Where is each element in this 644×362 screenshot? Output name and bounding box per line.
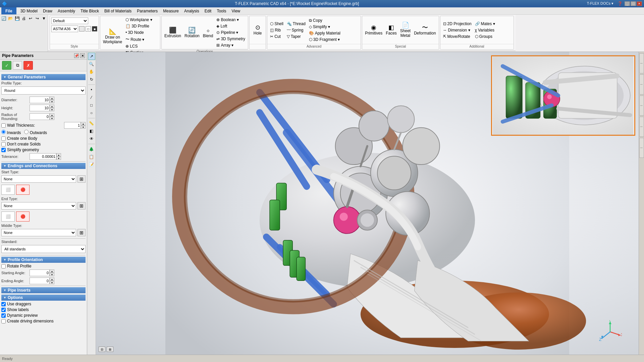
- height-down-btn[interactable]: ▼: [50, 108, 54, 111]
- show-labels-check[interactable]: [1, 308, 6, 312]
- panel-pin-btn[interactable]: 📌: [74, 53, 79, 58]
- apply-material-btn[interactable]: 🎨 Apply Material: [308, 30, 342, 36]
- qa-redo[interactable]: ↪: [34, 15, 40, 21]
- start-type-btn[interactable]: ⊞: [77, 175, 86, 183]
- close-button[interactable]: ✕: [637, 1, 642, 6]
- height-up-btn[interactable]: ▲: [50, 105, 54, 108]
- outwards-radio[interactable]: [24, 130, 29, 134]
- lt-point-btn[interactable]: •: [88, 86, 95, 94]
- rotation-btn[interactable]: 🔄 Rotation: [183, 26, 201, 39]
- taper-btn[interactable]: ▽ Taper: [285, 34, 307, 40]
- help-btn[interactable]: ❓: [618, 1, 623, 6]
- dont-create-solids-check[interactable]: [1, 142, 6, 146]
- minimize-button[interactable]: _: [625, 1, 630, 6]
- ea-down-btn[interactable]: ▼: [50, 281, 54, 284]
- menu-bom[interactable]: Bill of Materials: [102, 7, 134, 14]
- pipe-inserts-header[interactable]: ▼ Pipe Inserts: [1, 287, 86, 293]
- ending-angle-input[interactable]: [30, 278, 50, 284]
- projection2d-btn[interactable]: ⊡ 2D Projection: [442, 21, 473, 27]
- create-one-body-check[interactable]: [1, 136, 6, 141]
- lt-line-btn[interactable]: ∕: [88, 94, 95, 101]
- array-btn[interactable]: ⊞ Array ▾: [215, 42, 247, 48]
- wt-up-btn[interactable]: ▲: [81, 122, 86, 125]
- create-driving-dims-check[interactable]: [1, 319, 6, 323]
- qa-more[interactable]: ▼: [41, 15, 47, 21]
- diameter-up-btn[interactable]: ▲: [50, 97, 54, 100]
- copy-btn[interactable]: ⧉ Copy: [308, 17, 342, 23]
- qa-undo[interactable]: ↩: [28, 15, 34, 21]
- cut-btn[interactable]: ✂ Cut: [269, 34, 285, 40]
- draw-on-workplane-btn[interactable]: 📐 Draw on Workplane: [102, 28, 123, 45]
- boolean-btn[interactable]: ⊕ Boolean ▾: [215, 17, 247, 23]
- standard-select[interactable]: All standards: [1, 245, 86, 253]
- lt-props-btn[interactable]: 📝: [88, 161, 95, 168]
- diameter-input[interactable]: [30, 97, 50, 103]
- lt-zoom-btn[interactable]: 🔍: [88, 60, 95, 68]
- workplane-btn[interactable]: ⬡ Workplane ▾: [124, 17, 153, 23]
- menu-3dmodel[interactable]: 3D Model: [18, 7, 40, 14]
- rp-btn2[interactable]: ⋮: [639, 74, 644, 95]
- profile-type-select[interactable]: Round: [1, 86, 86, 95]
- material-select[interactable]: ASTM A36: [51, 25, 78, 32]
- simplify-btn[interactable]: ◇ Simplify ▾: [308, 24, 342, 30]
- general-parameters-header[interactable]: ▼ General Parameters: [1, 74, 86, 80]
- lt-section-btn[interactable]: ◧: [88, 127, 95, 135]
- wall-thickness-check[interactable]: [1, 123, 6, 128]
- groups-btn[interactable]: ⬡ Groups: [474, 34, 496, 40]
- menu-tools[interactable]: Tools: [214, 7, 229, 14]
- viewport[interactable]: ↗ ✓ ⊞ 🔎 ⊿ ⊕ ⊞ 📏 📷 👁 ◉ ◐: [96, 52, 639, 355]
- sheet-metal-btn[interactable]: 📄 Sheet Metal: [399, 21, 412, 39]
- tol-down-btn[interactable]: ▼: [56, 157, 61, 160]
- qa-save[interactable]: 💾: [14, 15, 20, 21]
- route-btn[interactable]: 〜 Route ▾: [124, 36, 153, 43]
- pipeline-btn[interactable]: ⊙ Pipeline ▾: [215, 29, 247, 36]
- extrusion-btn[interactable]: ⬛ Extrusion: [163, 26, 182, 39]
- start-type-select[interactable]: None: [1, 175, 76, 183]
- lt-bom-btn[interactable]: 📋: [88, 153, 95, 161]
- simplify-geometry-check[interactable]: [1, 148, 6, 152]
- vp-split-v-btn[interactable]: ⊞: [107, 347, 113, 352]
- start-icon1[interactable]: ⬜: [1, 185, 15, 195]
- rp-btn4[interactable]: ⋮: [639, 117, 644, 137]
- profile3d-btn[interactable]: 📋 3D Profile: [124, 23, 153, 29]
- symmetry3d-btn[interactable]: ⇌ 3D Symmetry: [215, 36, 247, 42]
- options-header[interactable]: ▼ Options: [1, 295, 86, 301]
- menu-file[interactable]: File: [1, 7, 16, 14]
- style-btn1[interactable]: □: [86, 26, 91, 32]
- menu-analysis[interactable]: Analysis: [181, 7, 202, 14]
- wt-down-btn[interactable]: ▼: [81, 125, 86, 129]
- blend-btn[interactable]: ⬦ Blend: [202, 26, 215, 39]
- menu-assembly[interactable]: Assembly: [55, 7, 78, 14]
- menu-parameters[interactable]: Parameters: [134, 7, 160, 14]
- cancel-button[interactable]: ✗: [23, 61, 33, 70]
- sa-up-btn[interactable]: ▲: [50, 269, 54, 273]
- variables-btn[interactable]: χ Variables: [474, 27, 496, 33]
- lt-measure-btn[interactable]: 📏: [88, 120, 95, 127]
- use-draggers-check[interactable]: [1, 302, 6, 306]
- color-swatch[interactable]: [79, 26, 85, 32]
- dimension-btn[interactable]: ↔ Dimension ▾: [442, 27, 473, 33]
- panel-close-btn[interactable]: ✕: [80, 53, 85, 58]
- menu-view[interactable]: View: [229, 7, 243, 14]
- node3d-btn[interactable]: • 3D Node: [124, 29, 153, 36]
- copy-params-button[interactable]: ⧉: [13, 61, 22, 70]
- menu-draw[interactable]: Draw: [40, 7, 55, 14]
- move-rotate-btn[interactable]: ⇱ Move/Rotate: [442, 34, 473, 40]
- qa-open[interactable]: 📂: [7, 15, 13, 21]
- menu-measure[interactable]: Measure: [160, 7, 181, 14]
- spring-btn[interactable]: 〰 Spring: [285, 27, 307, 33]
- inwards-radio[interactable]: [1, 130, 6, 134]
- rounding-up-btn[interactable]: ▲: [50, 113, 54, 117]
- primitives-btn[interactable]: ◉ Primitives: [364, 24, 384, 36]
- qa-print[interactable]: 🖨: [21, 15, 27, 21]
- start-icon2[interactable]: 🔴: [16, 185, 30, 195]
- mates-btn[interactable]: 🔗 Mates ▾: [474, 21, 496, 27]
- lt-rotate-btn[interactable]: ↻: [88, 76, 95, 83]
- lt-rect-btn[interactable]: □: [88, 102, 95, 109]
- lt-view-btn[interactable]: 👁: [88, 135, 95, 142]
- middle-type-select[interactable]: None: [1, 229, 76, 236]
- fragment3d-btn[interactable]: ⬡ 3D Fragment ▾: [308, 37, 342, 43]
- style-btn2[interactable]: ■: [92, 26, 97, 32]
- diameter-down-btn[interactable]: ▼: [50, 100, 54, 103]
- dynamic-preview-check[interactable]: [1, 313, 6, 318]
